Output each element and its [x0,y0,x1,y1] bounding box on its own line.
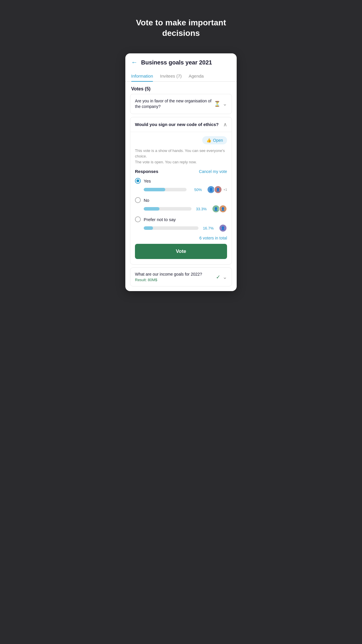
avatar-4: 👤 [219,205,227,213]
option-no-avatars: 👤 👤 [212,205,227,213]
vote-item-3-header[interactable]: What are our income goals for 2022? Resu… [130,268,232,286]
voters-total: 6 voters in total [135,236,227,240]
open-badge-icon: 👍 [206,138,211,143]
vote-item-3-left: What are our income goals for 2022? Resu… [135,272,216,282]
vote-item-3-result: Result: 80M$ [135,278,216,282]
chevron-down-icon: ⌄ [223,101,227,107]
option-yes[interactable]: Yes 50% 👤 👤 +1 [135,178,227,194]
option-prefer-pct: 16.7% [201,226,214,230]
hourglass-icon: ⏳ [214,101,220,107]
vote-desc-line1: This vote is a show of hands. You can se… [135,148,225,159]
vote-item-2-header[interactable]: Would you sign our new code of ethics? ∧ [130,117,232,132]
hero-title: Vote to make important decisions [121,18,241,53]
card-title: Business goals year 2021 [141,59,212,66]
votes-section-label: Votes (5) [125,82,237,94]
option-yes-bar-row: 50% 👤 👤 +1 [135,186,227,194]
responses-label: Responses [135,169,158,174]
option-prefer-bar-row: 16.7% 👤 [135,224,227,232]
option-yes-avatars: 👤 👤 +1 [207,186,227,194]
vote-button[interactable]: Vote [135,244,227,259]
option-prefer-bar-fill [144,226,153,230]
option-yes-text: Yes [144,178,151,183]
tab-agenda[interactable]: Agenda [189,71,204,81]
check-icon: ✓ [216,274,220,280]
option-yes-label-row: Yes [135,178,227,184]
radio-prefer-not[interactable] [135,216,141,222]
vote-description: This vote is a show of hands. You can se… [135,148,227,165]
option-yes-pct: 50% [189,188,202,192]
tab-information[interactable]: Information [131,71,153,81]
option-prefer-not[interactable]: Prefer not to say 16.7% 👤 [135,216,227,232]
vote-item-2: Would you sign our new code of ethics? ∧… [130,117,232,265]
vote-item-1-question: Are you in favor of the new organisation… [135,98,214,110]
card-header: ← Business goals year 2021 [125,53,237,66]
option-yes-bar-bg [144,188,187,191]
chevron-down-icon-3: ⌄ [223,274,227,280]
vote-item-2-question: Would you sign our new code of ethics? [135,121,223,127]
screen: Vote to make important decisions ← Busin… [121,0,241,303]
radio-yes-inner [136,179,139,182]
vote-item-1-icons: ⏳ ⌄ [214,101,227,107]
main-card: ← Business goals year 2021 Information I… [125,53,237,291]
vote-item-3-icons: ✓ ⌄ [216,274,227,280]
option-prefer-bar-bg [144,226,198,230]
radio-yes[interactable] [135,178,141,184]
option-no-bar-row: 33.3% 👤 👤 [135,205,227,213]
open-badge[interactable]: 👍 Open [202,136,227,144]
vote-body: 👍 Open This vote is a show of hands. You… [130,132,232,265]
vote-item-1-header[interactable]: Are you in favor of the new organisation… [130,94,232,114]
radio-no[interactable] [135,197,141,203]
vote-item-1: Are you in favor of the new organisation… [130,94,232,114]
option-yes-bar-fill [144,188,165,191]
option-prefer-label-row: Prefer not to say [135,216,227,222]
back-button[interactable]: ← [131,59,138,66]
option-no-bar-bg [144,207,191,211]
open-badge-label: Open [213,138,223,143]
chevron-up-icon: ∧ [223,121,227,128]
avatar-2: 👤 [214,186,222,194]
option-no-bar-fill [144,207,159,211]
option-prefer-avatars: 👤 [219,224,227,232]
option-no-label-row: No [135,197,227,203]
option-no-pct: 33.3% [194,207,207,211]
avatar-5: 👤 [219,224,227,232]
responses-header: Responses Cancel my vote [135,169,227,174]
option-no-text: No [144,198,149,203]
option-no[interactable]: No 33.3% 👤 👤 [135,197,227,213]
tabs-bar: Information Invitees (7) Agenda [125,71,237,82]
vote-item-3-question: What are our income goals for 2022? [135,272,216,276]
tab-invitees[interactable]: Invitees (7) [160,71,182,81]
option-prefer-text: Prefer not to say [144,217,176,222]
vote-item-3: What are our income goals for 2022? Resu… [130,267,232,286]
vote-desc-line2: The vote is open. You can reply now. [135,160,197,164]
cancel-vote-button[interactable]: Cancel my vote [199,169,227,174]
avatar-plus-yes: +1 [223,188,227,191]
